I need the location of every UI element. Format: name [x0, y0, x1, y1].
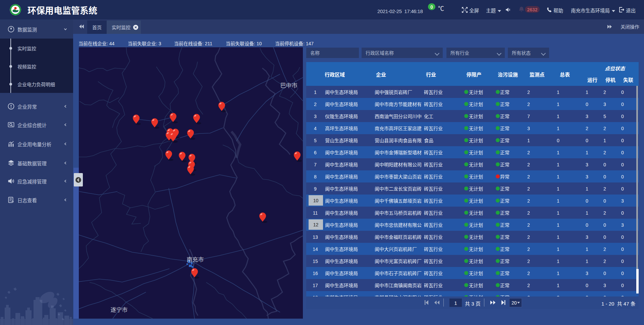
- svg-text:巴中市: 巴中市: [280, 81, 298, 89]
- svg-text:南充市: 南充市: [187, 255, 204, 263]
- svg-text:遂宁市: 遂宁市: [111, 305, 128, 314]
